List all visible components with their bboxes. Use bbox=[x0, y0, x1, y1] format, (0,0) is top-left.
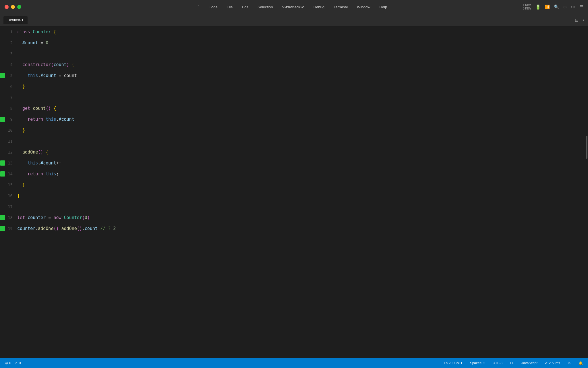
breakpoint-19[interactable] bbox=[0, 226, 5, 231]
network-speed: 1 KB/s 0 KB/s bbox=[523, 3, 531, 10]
line-content-14: return this; bbox=[17, 168, 584, 179]
line-num-12: 12 bbox=[0, 147, 17, 158]
code-line-10: 10 } bbox=[0, 125, 584, 136]
list-icon[interactable]: ☰ bbox=[580, 4, 583, 9]
wifi-icon: 📶 bbox=[545, 5, 550, 9]
more-icon[interactable]: ••• bbox=[571, 5, 576, 9]
line-num-3: 3 bbox=[0, 48, 17, 59]
code-line-19: 19counter.addOne().addOne().count // ? 2 bbox=[0, 223, 584, 234]
code-line-13: 13 this.#count++ bbox=[0, 158, 584, 168]
line-content-19: counter.addOne().addOne().count // ? 2 bbox=[17, 223, 584, 234]
breakpoint-9[interactable] bbox=[0, 117, 5, 122]
error-count: 0 bbox=[9, 361, 11, 365]
breakpoint-18[interactable] bbox=[0, 215, 5, 220]
menu-help[interactable]: Help bbox=[378, 4, 389, 10]
line-content-2: #count = 0 bbox=[17, 37, 584, 48]
code-line-8: 8 get count() { bbox=[0, 103, 584, 114]
cursor-position[interactable]: Ln 20, Col 1 bbox=[443, 361, 464, 366]
line-num-2: 2 bbox=[0, 37, 17, 48]
network-up: 1 KB/s bbox=[523, 3, 531, 7]
breakpoint-14[interactable] bbox=[0, 171, 5, 177]
menu-apple[interactable]:  bbox=[196, 3, 201, 11]
code-line-11: 11 bbox=[0, 136, 584, 147]
search-icon[interactable]: 🔍 bbox=[554, 4, 559, 9]
code-line-15: 15 } bbox=[0, 179, 584, 190]
line-content-13: this.#count++ bbox=[17, 158, 584, 168]
spaces-setting[interactable]: Spaces: 2 bbox=[469, 361, 486, 366]
traffic-lights bbox=[5, 5, 21, 9]
code-line-5: 5 this.#count = count bbox=[0, 70, 584, 81]
battery-icon: 🔋 bbox=[535, 4, 541, 10]
titlebar-right: 1 KB/s 0 KB/s 🔋 📶 🔍 ⊙ ••• ☰ bbox=[523, 3, 583, 10]
menu-window[interactable]: Window bbox=[355, 4, 372, 10]
warning-icon: ⚠ bbox=[15, 361, 18, 365]
line-num-6: 6 bbox=[0, 81, 17, 92]
code-line-9: 9 return this.#count bbox=[0, 114, 584, 125]
code-line-3: 3 bbox=[0, 48, 584, 59]
line-num-16: 16 bbox=[0, 190, 17, 201]
titlebar-left bbox=[5, 5, 62, 9]
tab-right-icons: ⊟ ● bbox=[575, 18, 585, 23]
traffic-light-yellow[interactable] bbox=[11, 5, 15, 9]
tab-label: Untitled-1 bbox=[7, 18, 24, 22]
menu-selection[interactable]: Selection bbox=[256, 4, 274, 10]
traffic-light-red[interactable] bbox=[5, 5, 9, 9]
code-line-6: 6 } bbox=[0, 81, 584, 92]
scrollbar-thumb[interactable] bbox=[586, 136, 587, 159]
line-content-10: } bbox=[17, 125, 584, 136]
line-content-9: return this.#count bbox=[17, 114, 584, 125]
menu-file[interactable]: File bbox=[225, 4, 235, 10]
code-lines: 1class Counter {2 #count = 034 construct… bbox=[0, 26, 584, 234]
window-title: Untitled-1 bbox=[286, 5, 302, 9]
notifications-icon[interactable]: 🔔 bbox=[577, 361, 584, 366]
code-line-16: 16} bbox=[0, 190, 584, 201]
encoding-setting[interactable]: UTF-8 bbox=[492, 361, 504, 366]
code-line-17: 17 bbox=[0, 201, 584, 212]
code-line-14: 14 return this; bbox=[0, 168, 584, 179]
timing-status[interactable]: ✔ 2.53ms bbox=[544, 361, 561, 366]
line-num-7: 7 bbox=[0, 92, 17, 103]
line-content-8: get count() { bbox=[17, 103, 584, 114]
menu-edit[interactable]: Edit bbox=[240, 4, 250, 10]
titlebar:  Code File Edit Selection View Go Debug… bbox=[0, 0, 588, 14]
tab-untitled[interactable]: Untitled-1 bbox=[3, 16, 28, 24]
menu-code[interactable]: Code bbox=[207, 4, 219, 10]
line-num-8: 8 bbox=[0, 103, 17, 114]
editor-container: 1class Counter {2 #count = 034 construct… bbox=[0, 26, 588, 358]
line-content-1: class Counter { bbox=[17, 26, 584, 37]
code-line-4: 4 constructor(count) { bbox=[0, 59, 584, 70]
line-num-15: 15 bbox=[0, 179, 17, 190]
statusbar: ⊗ 0 ⚠ 0 Ln 20, Col 1 Spaces: 2 UTF-8 LF … bbox=[0, 358, 588, 368]
line-num-4: 4 bbox=[0, 59, 17, 70]
tabbar: Untitled-1 ⊟ ● bbox=[0, 14, 588, 26]
code-line-2: 2 #count = 0 bbox=[0, 37, 584, 48]
line-num-1: 1 bbox=[0, 26, 17, 37]
split-editor-icon[interactable]: ⊟ bbox=[575, 18, 579, 23]
code-line-18: 18let counter = new Counter(0) bbox=[0, 212, 584, 223]
line-content-5: this.#count = count bbox=[17, 70, 584, 81]
menu-debug[interactable]: Debug bbox=[312, 4, 326, 10]
scrollbar[interactable] bbox=[584, 26, 588, 358]
traffic-light-green[interactable] bbox=[17, 5, 21, 9]
feedback-icon[interactable]: ☺ bbox=[566, 361, 572, 366]
code-line-12: 12 addOne() { bbox=[0, 147, 584, 158]
line-content-16: } bbox=[17, 190, 584, 201]
network-down: 0 KB/s bbox=[523, 7, 531, 10]
line-ending-setting[interactable]: LF bbox=[509, 361, 515, 366]
language-mode[interactable]: JavaScript bbox=[520, 361, 539, 366]
statusbar-right: Ln 20, Col 1 Spaces: 2 UTF-8 LF JavaScri… bbox=[443, 361, 584, 366]
line-content-4: constructor(count) { bbox=[17, 59, 584, 70]
error-status[interactable]: ⊗ 0 ⚠ 0 bbox=[4, 361, 22, 366]
menu-terminal[interactable]: Terminal bbox=[332, 4, 349, 10]
control-center-icon[interactable]: ⊙ bbox=[563, 5, 567, 9]
breakpoint-13[interactable] bbox=[0, 160, 5, 166]
line-content-15: } bbox=[17, 179, 584, 190]
warning-count: 0 bbox=[19, 361, 21, 365]
breakpoint-5[interactable] bbox=[0, 73, 5, 78]
line-content-6: } bbox=[17, 81, 584, 92]
line-num-11: 11 bbox=[0, 136, 17, 147]
code-area[interactable]: 1class Counter {2 #count = 034 construct… bbox=[0, 26, 584, 358]
code-line-7: 7 bbox=[0, 92, 584, 103]
code-line-1: 1class Counter { bbox=[0, 26, 584, 37]
dot-icon: ● bbox=[583, 18, 585, 22]
